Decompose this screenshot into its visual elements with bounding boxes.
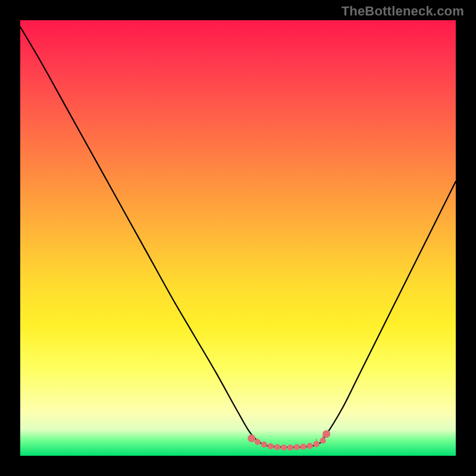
trough-marker: [268, 443, 274, 449]
trough-marker: [322, 430, 330, 438]
trough-marker: [255, 439, 261, 444]
chart-svg: [20, 20, 456, 456]
trough-marker: [294, 444, 300, 450]
trough-marker: [300, 443, 306, 449]
trough-marker: [261, 441, 267, 447]
bottleneck-curve: [20, 27, 456, 447]
watermark-text: TheBottleneck.com: [342, 4, 464, 19]
plot-area: [20, 20, 456, 456]
trough-marker: [248, 434, 255, 442]
trough-marker: [274, 444, 280, 450]
trough-markers: [248, 430, 330, 450]
trough-marker: [281, 444, 287, 450]
trough-marker: [287, 444, 293, 450]
chart-frame: TheBottleneck.com: [0, 0, 476, 476]
trough-marker: [307, 443, 313, 449]
